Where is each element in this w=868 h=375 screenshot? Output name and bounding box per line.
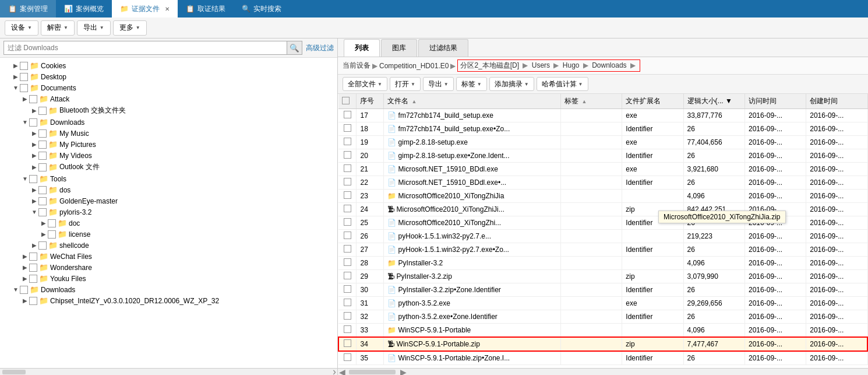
search-input[interactable]	[3, 41, 287, 55]
tag-button[interactable]: 标签 ▼	[456, 77, 487, 91]
add-excerpt-button[interactable]: 添加摘录 ▼	[489, 77, 534, 91]
tree-item[interactable]: ▼📁Downloads	[0, 117, 337, 128]
tree-checkbox[interactable]	[20, 73, 28, 81]
tree-expander[interactable]: ▶	[30, 242, 38, 248]
tree-checkbox[interactable]	[38, 129, 47, 138]
left-scroll-right[interactable]: ›	[333, 366, 336, 375]
tab-case-management[interactable]: 📋 案例管理	[0, 0, 56, 17]
tree-checkbox[interactable]	[29, 297, 37, 305]
tab-case-overview[interactable]: 📊 案例概览	[56, 0, 112, 17]
row-checkbox-cell[interactable]	[338, 122, 357, 136]
decrypt-button[interactable]: 解密 ▼	[41, 20, 75, 36]
row-checkbox-cell[interactable]	[338, 297, 357, 310]
table-row[interactable]: 22📄 Microsoft.NET_15910_BDdl.exe•...Iden…	[338, 176, 867, 190]
tree-expander[interactable]: ▶	[12, 73, 20, 80]
tree-item[interactable]: ▶📁Outlook 文件	[0, 161, 337, 173]
tab-evidence-files[interactable]: 📁 证据文件 ✕	[112, 0, 178, 17]
tree-checkbox[interactable]	[29, 264, 37, 272]
tree-expander[interactable]: ▶	[40, 231, 48, 237]
tree-item[interactable]: ▶📁license	[0, 229, 337, 240]
tree-expander[interactable]: ▶	[30, 107, 38, 114]
table-row[interactable]: 25📄 MicrosoftOffice2010_XiTongZhi...Iden…	[338, 216, 867, 230]
tree-checkbox[interactable]	[38, 163, 47, 171]
tree-item[interactable]: ▶📁My Pictures	[0, 139, 337, 150]
tree-item[interactable]: ▶📁Youku Files	[0, 273, 337, 284]
row-checkbox-cell[interactable]	[338, 109, 357, 122]
row-checkbox-cell[interactable]	[338, 351, 357, 365]
tree-item[interactable]: ▶📁Bluetooth 交换文件夹	[0, 104, 337, 117]
table-row[interactable]: 33📁 WinSCP-5.9.1-Portable4,0962016-09-..…	[338, 324, 867, 338]
hash-calc-button[interactable]: 哈希值计算 ▼	[537, 77, 588, 91]
tree-expander[interactable]: ▶	[30, 152, 38, 159]
table-row[interactable]: 19📄 gimp-2.8.18-setup.exeexe77,404,65620…	[338, 136, 867, 149]
row-checkbox-cell[interactable]	[338, 136, 357, 149]
export-button[interactable]: 导出 ▼	[77, 20, 111, 36]
tree-expander[interactable]: ▶	[30, 198, 38, 204]
tree-item[interactable]: ▼📁Documents	[0, 82, 337, 93]
row-checkbox-cell[interactable]	[338, 176, 357, 190]
table-row[interactable]: 30📄 PyInstaller-3.2.zip•Zone.IdentifierI…	[338, 283, 867, 297]
tree-item[interactable]: ▼📁pyloris-3.2	[0, 206, 337, 218]
row-checkbox-cell[interactable]	[338, 337, 357, 351]
table-row[interactable]: 34🗜 WinSCP-5.9.1-Portable.zipzip7,477,46…	[338, 337, 867, 351]
tree-checkbox[interactable]	[29, 95, 37, 103]
tree-checkbox[interactable]	[29, 118, 37, 127]
tree-item[interactable]: ▶📁shellcode	[0, 240, 337, 251]
row-checkbox-cell[interactable]	[338, 190, 357, 203]
tree-checkbox[interactable]	[38, 197, 47, 205]
left-scroll-bar[interactable]: ›	[0, 368, 337, 375]
table-row[interactable]: 18📄 fm727chb174_build_setup.exe•Zo...Ide…	[338, 122, 867, 136]
tree-expander[interactable]: ▼	[21, 176, 29, 182]
row-checkbox-cell[interactable]	[338, 243, 357, 257]
tree-item[interactable]: ▶📁WeChat Files	[0, 251, 337, 262]
tree-checkbox[interactable]	[48, 230, 56, 239]
tree-checkbox[interactable]	[38, 186, 47, 194]
tree-expander[interactable]: ▶	[21, 275, 29, 282]
tree-checkbox[interactable]	[38, 141, 47, 149]
table-row[interactable]: 17📄 fm727chb174_build_setup.exeexe33,877…	[338, 109, 867, 122]
row-checkbox-cell[interactable]	[338, 283, 357, 297]
tree-item[interactable]: ▶📁dos	[0, 184, 337, 195]
row-checkbox-cell[interactable]	[338, 163, 357, 176]
tree-item[interactable]: ▶📁Wondershare	[0, 262, 337, 273]
tree-expander[interactable]: ▶	[21, 253, 29, 260]
scroll-left-btn[interactable]: ◀	[338, 367, 347, 376]
tab-realtime-search[interactable]: 🔍 实时搜索	[234, 0, 290, 17]
tree-expander[interactable]: ▶	[30, 187, 38, 193]
open-button[interactable]: 打开 ▼	[390, 77, 421, 91]
tree-item[interactable]: ▶📁Attack	[0, 93, 337, 104]
tree-item[interactable]: ▶📁My Music	[0, 128, 337, 139]
table-row[interactable]: 29🗜 PyInstaller-3.2.zipzip3,079,9902016-…	[338, 270, 867, 283]
scroll-right-btn[interactable]: ▶	[399, 367, 408, 376]
tab-list[interactable]: 列表	[344, 39, 380, 57]
row-checkbox-cell[interactable]	[338, 149, 357, 163]
table-row[interactable]: 28📁 PyInstaller-3.24,0962016-09-...2016-…	[338, 257, 867, 270]
table-row[interactable]: 21📄 Microsoft.NET_15910_BDdl.exeexe3,921…	[338, 163, 867, 176]
device-button[interactable]: 设备 ▼	[5, 20, 38, 36]
tree-item[interactable]: ▶📁Desktop	[0, 71, 337, 82]
row-checkbox-cell[interactable]	[338, 216, 357, 230]
advanced-filter-link[interactable]: 高级过滤	[306, 43, 334, 53]
tree-checkbox[interactable]	[29, 175, 37, 183]
row-checkbox-cell[interactable]	[338, 203, 357, 216]
tree-expander[interactable]: ▶	[21, 297, 29, 304]
all-files-button[interactable]: 全部文件 ▼	[343, 77, 387, 91]
tree-expander[interactable]: ▶	[30, 141, 38, 148]
bottom-scroll-bar[interactable]: ◀ ▶	[338, 368, 868, 375]
tree-checkbox[interactable]	[48, 219, 56, 227]
tree-expander[interactable]: ▶	[40, 220, 48, 226]
table-row[interactable]: 24🗜 MicrosoftOffice2010_XiTongZhiJi...zi…	[338, 203, 867, 216]
row-checkbox-cell[interactable]	[338, 324, 357, 338]
tab-evidence-files-close[interactable]: ✕	[165, 6, 170, 12]
tree-checkbox[interactable]	[20, 62, 28, 70]
tree-expander[interactable]: ▼	[12, 286, 20, 293]
table-row[interactable]: 23📁 MicrosoftOffice2010_XiTongZhiJia4,09…	[338, 190, 867, 203]
tree-checkbox[interactable]	[38, 208, 47, 216]
col-filename[interactable]: 文件名 ▲	[384, 94, 561, 109]
tree-item[interactable]: ▼📁Tools	[0, 173, 337, 184]
tab-filter-results[interactable]: 过滤结果	[418, 39, 468, 57]
tree-checkbox[interactable]	[20, 84, 28, 92]
tree-expander[interactable]: ▶	[12, 62, 20, 69]
tree-item[interactable]: ▶📁Cookies	[0, 60, 337, 71]
tree-expander[interactable]: ▶	[21, 264, 29, 271]
